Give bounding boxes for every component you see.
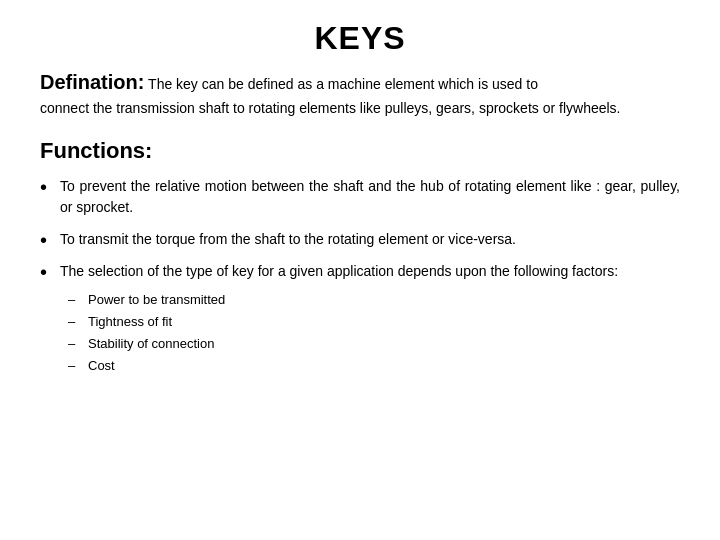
definition-continuation: connect the transmission shaft to rotati… <box>40 97 680 119</box>
definition-heading: Defination: <box>40 71 144 93</box>
functions-list: • To prevent the relative motion between… <box>40 176 680 387</box>
bullet-text-2: To transmit the torque from the shaft to… <box>60 229 680 251</box>
bullet-item-2: • To transmit the torque from the shaft … <box>40 229 680 251</box>
sub-factor-text: Power to be transmitted <box>88 289 225 311</box>
bullet-item-1: • To prevent the relative motion between… <box>40 176 680 219</box>
definition-block: Defination: The key can be defined as a … <box>40 71 680 120</box>
bullet-item-3: • The selection of the type of key for a… <box>40 261 680 377</box>
sub-factors-list: –Power to be transmitted–Tightness of fi… <box>68 289 680 377</box>
page-title: KEYS <box>40 20 680 57</box>
bullet-dot-1: • <box>40 176 54 198</box>
sub-factor-item: –Tightness of fit <box>68 311 680 333</box>
definition-inline-text: The key can be defined as a machine elem… <box>144 76 538 92</box>
sub-factor-text: Stability of connection <box>88 333 214 355</box>
sub-factor-item: –Power to be transmitted <box>68 289 680 311</box>
bullet-dot-3: • <box>40 261 54 283</box>
functions-heading: Functions: <box>40 138 680 164</box>
sub-dash: – <box>68 355 84 377</box>
bullet-text-1: To prevent the relative motion between t… <box>60 176 680 219</box>
page: KEYS Defination: The key can be defined … <box>0 0 720 540</box>
bullet-dot-2: • <box>40 229 54 251</box>
sub-factor-text: Tightness of fit <box>88 311 172 333</box>
sub-factor-item: –Stability of connection <box>68 333 680 355</box>
sub-dash: – <box>68 289 84 311</box>
sub-dash: – <box>68 333 84 355</box>
sub-factor-item: –Cost <box>68 355 680 377</box>
sub-factor-text: Cost <box>88 355 115 377</box>
sub-dash: – <box>68 311 84 333</box>
bullet-text-3: The selection of the type of key for a g… <box>60 261 680 377</box>
